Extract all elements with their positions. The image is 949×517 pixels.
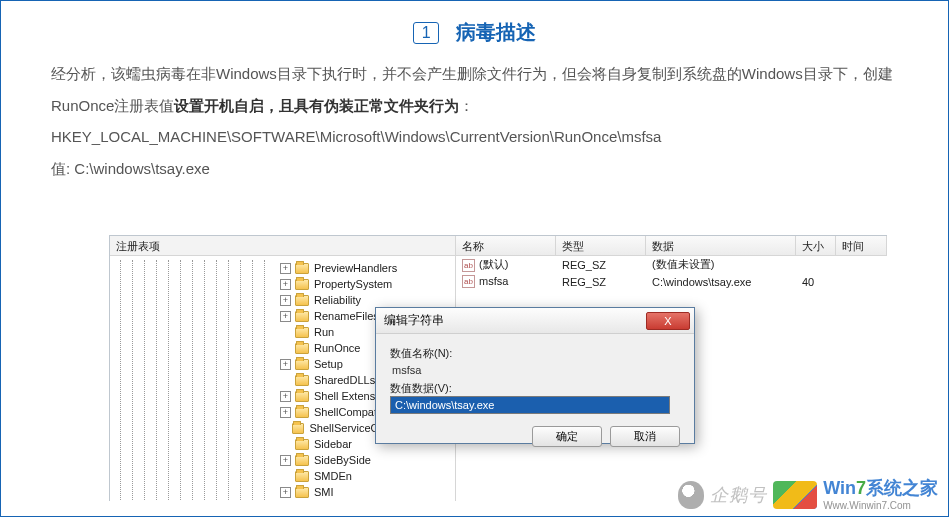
document-frame: 1 病毒描述 经分析，该蠕虫病毒在非Windows目录下执行时，并不会产生删除文…	[0, 0, 949, 517]
windows-flag-icon	[773, 481, 817, 509]
string-value-icon	[462, 259, 475, 272]
folder-icon	[295, 311, 309, 322]
value-line: 值: C:\windows\tsay.exe	[51, 153, 898, 185]
value-data: C:\windows\tsay.exe	[646, 276, 796, 288]
tree-node[interactable]: +SMI	[110, 484, 455, 500]
brand-tail: 系统之家	[866, 478, 938, 498]
brand-7: 7	[856, 478, 866, 498]
tree-label: PreviewHandlers	[314, 262, 397, 274]
tree-label: PropertySystem	[314, 278, 392, 290]
expand-icon[interactable]: +	[280, 455, 291, 466]
section-header: 1 病毒描述	[1, 1, 948, 58]
dialog-title: 编辑字符串	[384, 312, 444, 329]
folder-icon	[295, 263, 309, 274]
expand-icon[interactable]: +	[280, 263, 291, 274]
tree-label: Sidebar	[314, 438, 352, 450]
qiehao-text: 企鹅号	[710, 483, 767, 507]
folder-icon	[295, 407, 309, 418]
ok-button[interactable]: 确定	[532, 426, 602, 447]
folder-icon	[295, 487, 309, 498]
tree-node[interactable]: +Reliability	[110, 292, 455, 308]
brand-url: Www.Winwin7.Com	[823, 500, 938, 512]
value-data-input[interactable]	[390, 396, 670, 414]
string-value-icon	[462, 275, 475, 288]
tree-label: SMDEn	[314, 470, 352, 482]
value-row[interactable]: (默认)REG_SZ(数值未设置)	[456, 256, 887, 273]
values-body[interactable]: (默认)REG_SZ(数值未设置)msfsaREG_SZC:\windows\t…	[456, 256, 887, 290]
folder-icon	[295, 455, 309, 466]
col-type[interactable]: 类型	[556, 236, 646, 255]
tree-label: SharedDLLs	[314, 374, 375, 386]
dialog-body: 数值名称(N): msfsa 数值数据(V):	[376, 334, 694, 420]
tree-label: RunOnce	[314, 342, 360, 354]
brand-text: Win7系统之家 Www.Winwin7.Com	[823, 478, 938, 512]
tree-label: SideBySide	[314, 454, 371, 466]
value-name: msfsa	[479, 275, 508, 287]
folder-icon	[295, 391, 309, 402]
expand-icon[interactable]: +	[280, 279, 291, 290]
values-header: 名称 类型 数据 大小 时间	[456, 236, 887, 256]
tree-label: Run	[314, 326, 334, 338]
folder-icon	[295, 279, 309, 290]
value-data-label: 数值数据(V):	[390, 381, 680, 396]
expand-icon[interactable]: +	[280, 295, 291, 306]
desc-colon: ：	[459, 97, 474, 114]
value-name-label: 数值名称(N):	[390, 346, 680, 361]
tree-label: RenameFiles	[314, 310, 379, 322]
folder-icon	[295, 471, 309, 482]
folder-icon	[295, 439, 309, 450]
expand-icon[interactable]: +	[280, 407, 291, 418]
tree-node[interactable]: +PropertySystem	[110, 276, 455, 292]
dialog-button-row: 确定 取消	[376, 420, 694, 447]
watermark: 企鹅号 Win7系统之家 Www.Winwin7.Com	[678, 478, 938, 512]
expand-icon[interactable]: +	[280, 311, 291, 322]
tree-label: Setup	[314, 358, 343, 370]
tree-node[interactable]: SMDEn	[110, 468, 455, 484]
cancel-button[interactable]: 取消	[610, 426, 680, 447]
tree-header: 注册表项	[110, 236, 455, 256]
folder-icon	[295, 359, 309, 370]
tree-node[interactable]: +PreviewHandlers	[110, 260, 455, 276]
value-type: REG_SZ	[556, 276, 646, 288]
expand-icon[interactable]: +	[280, 391, 291, 402]
folder-icon	[295, 295, 309, 306]
brand-win: Win	[823, 478, 856, 498]
close-button[interactable]: X	[646, 312, 690, 330]
folder-icon	[295, 327, 309, 338]
dialog-titlebar[interactable]: 编辑字符串 X	[376, 308, 694, 334]
value-row[interactable]: msfsaREG_SZC:\windows\tsay.exe40	[456, 273, 887, 290]
description-block: 经分析，该蠕虫病毒在非Windows目录下执行时，并不会产生删除文件行为，但会将…	[1, 58, 948, 184]
folder-icon	[295, 343, 309, 354]
penguin-icon	[678, 481, 704, 509]
tree-node[interactable]: +SideBySide	[110, 452, 455, 468]
value-type: REG_SZ	[556, 259, 646, 271]
col-time[interactable]: 时间	[836, 236, 887, 255]
value-data: (数值未设置)	[646, 257, 796, 272]
value-name-field: msfsa	[390, 363, 670, 377]
edit-string-dialog: 编辑字符串 X 数值名称(N): msfsa 数值数据(V): 确定 取消	[375, 307, 695, 444]
expand-icon[interactable]: +	[280, 359, 291, 370]
value-name: (默认)	[479, 258, 508, 270]
folder-icon	[292, 423, 304, 434]
expand-icon[interactable]: +	[280, 487, 291, 498]
desc-bold: 设置开机自启，且具有伪装正常文件夹行为	[174, 97, 459, 114]
folder-icon	[295, 375, 309, 386]
registry-path-text: HKEY_LOCAL_MACHINE\SOFTWARE\Microsoft\Wi…	[51, 121, 898, 153]
tree-label: Reliability	[314, 294, 361, 306]
value-size: 40	[796, 276, 836, 288]
col-size[interactable]: 大小	[796, 236, 836, 255]
section-title: 病毒描述	[456, 19, 536, 46]
section-number-badge: 1	[413, 22, 439, 44]
tree-label: SMI	[314, 486, 334, 498]
col-data[interactable]: 数据	[646, 236, 796, 255]
col-name[interactable]: 名称	[456, 236, 556, 255]
